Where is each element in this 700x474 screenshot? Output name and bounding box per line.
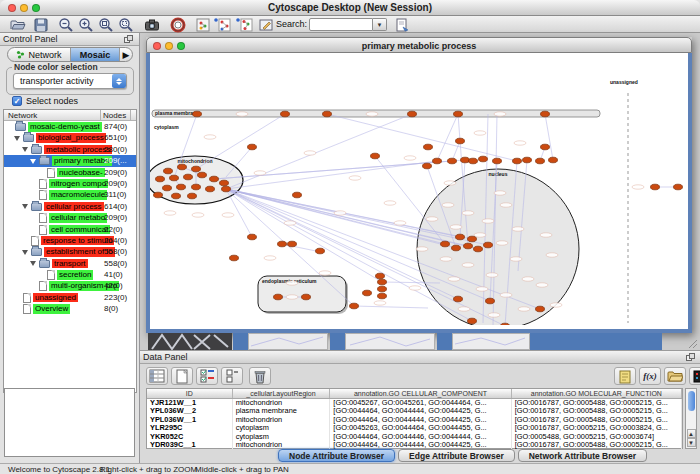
network-node[interactable] <box>452 245 461 251</box>
tree-row-response-to-stimulu[interactable]: response to stimulu264(0) <box>4 235 136 246</box>
network-node[interactable] <box>536 306 545 312</box>
network-node[interactable] <box>484 242 493 248</box>
network-node[interactable] <box>323 111 332 117</box>
expand-arrow-icon[interactable] <box>22 250 28 255</box>
tree-row-macromolecule[interactable]: macromolecule311(0) <box>4 189 136 200</box>
network-node[interactable] <box>172 193 181 199</box>
network-node[interactable] <box>536 158 545 164</box>
annotation-icon[interactable] <box>256 17 276 32</box>
network-node[interactable] <box>424 144 433 150</box>
zoom-window-icon[interactable] <box>32 4 40 12</box>
expand-arrow-icon[interactable] <box>30 261 36 266</box>
attribute-import-icon[interactable] <box>392 17 412 32</box>
layout-1-icon[interactable] <box>212 17 232 32</box>
network-node[interactable] <box>222 186 231 192</box>
zoom-in-icon[interactable] <box>76 17 96 32</box>
expand-arrow-icon[interactable] <box>30 159 36 164</box>
window-titlebar[interactable]: Cytoscape Desktop (New Session) <box>0 0 700 16</box>
network-node[interactable] <box>164 168 173 174</box>
network-node[interactable] <box>456 138 465 144</box>
tab-network[interactable]: Network <box>8 48 71 61</box>
tab-network-attribute-browser[interactable]: Network Attribute Browser <box>518 449 647 462</box>
table-row[interactable]: YKR052Ccytoplasm[GO:0044464, GO:0044446,… <box>147 433 682 441</box>
expand-arrow-icon[interactable] <box>14 136 20 141</box>
tree-row-metabolic-process[interactable]: metabolic process280(0) <box>4 144 136 155</box>
tree-row-cell-communicat[interactable]: cell communicat22(0) <box>4 224 136 235</box>
network-node[interactable] <box>441 241 450 247</box>
network-node[interactable] <box>350 303 359 309</box>
column-header-annotation-go-molecular-function[interactable]: annotation.GO MOLECULAR_FUNCTION <box>512 389 682 398</box>
search-dropdown-icon[interactable]: ▼ <box>373 18 387 31</box>
network-node[interactable] <box>274 294 283 300</box>
network-node[interactable] <box>433 158 442 164</box>
network-node[interactable] <box>468 236 477 242</box>
minimize-window-icon[interactable] <box>20 4 28 12</box>
background-window-fragment[interactable] <box>248 333 328 350</box>
network-node[interactable] <box>469 158 478 164</box>
network-canvas[interactable]: plasma membranecytoplasmmitochondrionnuc… <box>150 53 688 325</box>
network-node[interactable] <box>193 111 202 117</box>
background-window-fragment[interactable] <box>530 333 662 350</box>
table-header-row[interactable]: ID_cellularLayoutRegionannotation.GO CEL… <box>147 389 682 399</box>
network-node[interactable] <box>541 144 550 150</box>
network-node[interactable] <box>454 296 463 302</box>
open-folder-icon[interactable] <box>8 17 28 32</box>
formula-fx-icon[interactable]: f(x) <box>639 367 661 385</box>
table-row[interactable]: YLR295Ccytoplasm[GO:0045263, GO:0044464,… <box>147 424 682 432</box>
select-nodes-checkbox[interactable]: ✓ <box>12 96 22 106</box>
delete-attribute-trash-icon[interactable] <box>249 367 271 385</box>
table-scrollbar[interactable]: ▲ ▼ <box>685 388 697 449</box>
network-node[interactable] <box>461 157 470 163</box>
network-node[interactable] <box>210 176 219 182</box>
tree-row-overview[interactable]: Overview8(0) <box>4 303 136 314</box>
network-node[interactable] <box>523 157 532 163</box>
attribute-batch-icon[interactable] <box>196 367 218 385</box>
snapshot-camera-icon[interactable] <box>142 17 162 32</box>
tree-row-cellular-process[interactable]: cellular process614(0) <box>4 201 136 212</box>
notepad-icon[interactable] <box>614 367 636 385</box>
network-node[interactable] <box>376 273 385 279</box>
scroll-down-icon[interactable]: ▼ <box>687 438 696 447</box>
network-node[interactable] <box>248 144 257 150</box>
column-header-cellularlayoutregion[interactable]: _cellularLayoutRegion <box>233 389 331 398</box>
tree-row-establishment-of-lo[interactable]: establishment of lo558(0) <box>4 246 136 257</box>
frame-minimize-icon[interactable] <box>165 42 173 50</box>
zoom-selected-icon[interactable] <box>116 17 136 32</box>
background-window-fragment[interactable] <box>233 333 248 350</box>
network-node[interactable] <box>464 243 473 249</box>
birdseye-view[interactable] <box>4 388 135 457</box>
network-node[interactable] <box>549 157 558 163</box>
tree-row-multi-organism-pro[interactable]: multi-organism pro42(0) <box>4 280 136 291</box>
network-node[interactable] <box>456 234 465 240</box>
network-node[interactable] <box>486 298 495 304</box>
network-node[interactable] <box>493 158 502 164</box>
attribute-single-icon[interactable] <box>221 367 243 385</box>
node-color-dropdown[interactable]: transporter activity <box>13 73 127 89</box>
expand-arrow-icon[interactable] <box>22 147 28 152</box>
network-node[interactable] <box>220 180 229 186</box>
attribute-table[interactable]: ID_cellularLayoutRegionannotation.GO CEL… <box>146 388 683 449</box>
tree-row-secretion[interactable]: secretion41(0) <box>4 269 136 280</box>
network-node[interactable] <box>156 176 165 182</box>
close-window-icon[interactable] <box>8 4 16 12</box>
network-node[interactable] <box>479 156 488 162</box>
network-overview-icon[interactable] <box>193 17 213 32</box>
tree-row-nitrogen-compo[interactable]: nitrogen compo209(0) <box>4 178 136 189</box>
tree-row-primary-metabo[interactable]: primary metabo209(... <box>4 155 136 166</box>
network-node[interactable] <box>408 111 417 117</box>
tree-row-mosaic-demo-yeast[interactable]: mosaic-demo-yeast874(0) <box>4 121 136 132</box>
network-node[interactable] <box>154 192 163 198</box>
column-header-annotation-go-cellular-component[interactable]: annotation.GO CELLULAR_COMPONENT <box>330 389 511 398</box>
column-header-id[interactable]: ID <box>147 389 233 398</box>
select-attributes-icon[interactable] <box>146 367 168 385</box>
network-node[interactable] <box>188 193 197 199</box>
network-node[interactable] <box>248 234 257 240</box>
network-node[interactable] <box>206 186 215 192</box>
network-node[interactable] <box>371 153 380 159</box>
background-window-fragment[interactable] <box>345 333 435 350</box>
zoom-fit-icon[interactable] <box>96 17 116 32</box>
search-input[interactable] <box>309 18 373 31</box>
tab-edge-attribute-browser[interactable]: Edge Attribute Browser <box>398 449 515 462</box>
background-window-fragment[interactable] <box>330 333 345 350</box>
network-node[interactable] <box>423 163 432 169</box>
